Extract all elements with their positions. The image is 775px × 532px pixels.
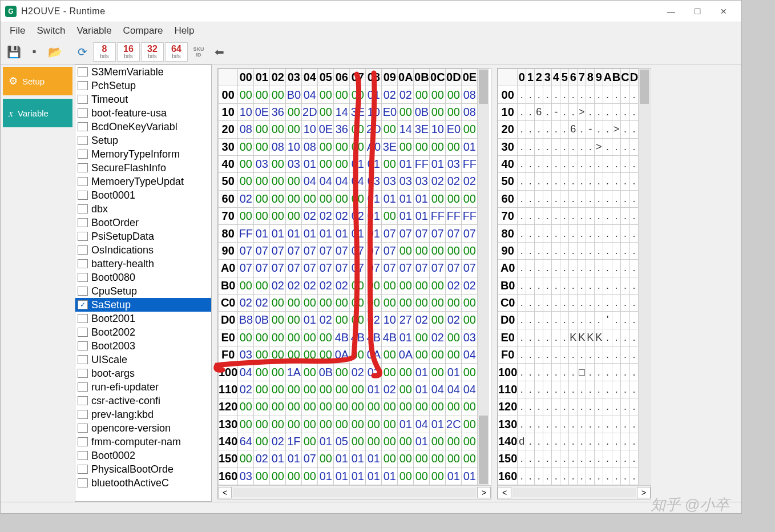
hex-cell[interactable]: 00: [446, 103, 462, 120]
hex-cell[interactable]: 07: [334, 260, 350, 277]
ascii-cell[interactable]: .: [612, 450, 620, 467]
hex-cell[interactable]: 00: [414, 346, 430, 364]
hex-cell[interactable]: 04: [414, 416, 430, 433]
ascii-cell[interactable]: .: [543, 294, 552, 311]
hex-cell[interactable]: 07: [446, 225, 462, 242]
hex-cell[interactable]: 01: [318, 225, 334, 242]
ascii-cell[interactable]: .: [526, 277, 535, 294]
hex-cell[interactable]: 07: [302, 450, 318, 467]
menu-help[interactable]: Help: [169, 23, 200, 39]
ascii-cell[interactable]: .: [569, 260, 578, 277]
hex-cell[interactable]: 07: [398, 260, 414, 277]
hex-cell[interactable]: 08: [462, 103, 478, 120]
ascii-cell[interactable]: .: [552, 121, 560, 138]
hex-cell[interactable]: 2D: [302, 103, 318, 120]
hex-cell[interactable]: 00: [446, 450, 462, 467]
ascii-cell[interactable]: .: [535, 312, 543, 329]
hex-cell[interactable]: 00: [270, 86, 286, 103]
hex-cell[interactable]: 00: [462, 121, 478, 138]
hex-cell[interactable]: 03: [398, 173, 414, 190]
hex-cell[interactable]: 00: [270, 364, 286, 381]
hex-cell[interactable]: 27: [398, 312, 414, 329]
ascii-cell[interactable]: .: [586, 312, 595, 329]
hex-cell[interactable]: 00: [254, 86, 270, 103]
variable-item[interactable]: Boot2003: [75, 339, 211, 353]
variable-item[interactable]: Boot0002: [75, 449, 211, 462]
hex-cell[interactable]: 00: [462, 364, 478, 381]
ascii-cell[interactable]: .: [560, 364, 569, 381]
ascii-cell[interactable]: .: [603, 242, 612, 259]
ascii-cell[interactable]: .: [578, 121, 586, 138]
ascii-cell[interactable]: .: [586, 173, 595, 190]
ascii-cell[interactable]: .: [552, 450, 560, 467]
hex-cell[interactable]: 00: [270, 346, 286, 364]
ascii-cell[interactable]: .: [552, 155, 560, 172]
variable-item[interactable]: bluetoothActiveC: [75, 476, 211, 490]
hex-cell[interactable]: 4B: [350, 329, 366, 346]
ascii-cell[interactable]: -: [552, 103, 560, 120]
hex-cell[interactable]: 00: [382, 346, 398, 364]
ascii-cell[interactable]: .: [543, 138, 552, 155]
variable-item[interactable]: Setup: [75, 134, 211, 147]
hex-cell[interactable]: 02: [350, 364, 366, 381]
hex-cell[interactable]: 02: [414, 312, 430, 329]
hex-cell[interactable]: 1F: [286, 433, 302, 450]
ascii-cell[interactable]: .: [518, 277, 526, 294]
ascii-cell[interactable]: .: [612, 190, 620, 207]
ascii-cell[interactable]: .: [621, 173, 629, 190]
ascii-cell[interactable]: .: [595, 364, 603, 381]
hex-cell[interactable]: 00: [414, 242, 430, 259]
hex-cell[interactable]: 4B: [334, 329, 350, 346]
ascii-cell[interactable]: .: [578, 416, 586, 433]
hex-cell[interactable]: FF: [446, 208, 462, 225]
hex-cell[interactable]: 00: [238, 155, 254, 172]
ascii-cell[interactable]: .: [526, 103, 535, 120]
hex-cell[interactable]: 02: [382, 381, 398, 398]
ascii-cell[interactable]: .: [586, 138, 595, 155]
hex-cell[interactable]: 07: [382, 260, 398, 277]
hex-cell[interactable]: 02: [334, 277, 350, 294]
hex-cell[interactable]: 07: [414, 260, 430, 277]
hex-cell[interactable]: 14: [398, 121, 414, 138]
hex-cell[interactable]: 02: [270, 433, 286, 450]
hex-cell[interactable]: 00: [270, 329, 286, 346]
ascii-cell[interactable]: .: [535, 121, 543, 138]
hex-cell[interactable]: 10: [430, 121, 446, 138]
hex-cell[interactable]: 07: [254, 242, 270, 259]
ascii-cell[interactable]: .: [603, 381, 612, 398]
ascii-cell[interactable]: .: [612, 103, 620, 120]
hex-cell[interactable]: 00: [270, 173, 286, 190]
hex-cell[interactable]: 04: [462, 346, 478, 364]
ascii-cell[interactable]: .: [629, 86, 638, 103]
variable-item[interactable]: PhysicalBootOrde: [75, 462, 211, 476]
ascii-cell[interactable]: .: [621, 121, 629, 138]
checkbox[interactable]: [78, 191, 88, 200]
hex-cell[interactable]: 08: [462, 86, 478, 103]
variable-item[interactable]: S3MemVariable: [75, 65, 211, 79]
hex-cell[interactable]: 03: [414, 173, 430, 190]
ascii-cell[interactable]: .: [621, 364, 629, 381]
hex-cell[interactable]: 0B: [318, 364, 334, 381]
hex-cell[interactable]: 00: [430, 450, 446, 467]
hex-cell[interactable]: 00: [414, 277, 430, 294]
ascii-cell[interactable]: .: [603, 260, 612, 277]
hex-cell[interactable]: 01: [318, 433, 334, 450]
ascii-cell[interactable]: .: [595, 467, 603, 485]
hex-cell[interactable]: 0B: [254, 312, 270, 329]
hex-cell[interactable]: 00: [238, 173, 254, 190]
ascii-cell[interactable]: .: [560, 433, 569, 450]
hex-cell[interactable]: 01: [350, 155, 366, 172]
ascii-cell[interactable]: .: [603, 138, 612, 155]
ascii-cell[interactable]: .: [535, 329, 543, 346]
ascii-cell[interactable]: .: [518, 103, 526, 120]
bits-32-button[interactable]: 32bits: [141, 42, 164, 62]
hex-cell[interactable]: 04: [302, 173, 318, 190]
hex-cell[interactable]: 00: [270, 381, 286, 398]
ascii-cell[interactable]: .: [569, 433, 578, 450]
hex-cell[interactable]: 00: [254, 381, 270, 398]
ascii-cell[interactable]: .: [560, 225, 569, 242]
ascii-cell[interactable]: .: [543, 103, 552, 120]
ascii-cell[interactable]: .: [621, 467, 629, 485]
hex-cell[interactable]: 00: [270, 467, 286, 485]
ascii-cell[interactable]: .: [621, 103, 629, 120]
